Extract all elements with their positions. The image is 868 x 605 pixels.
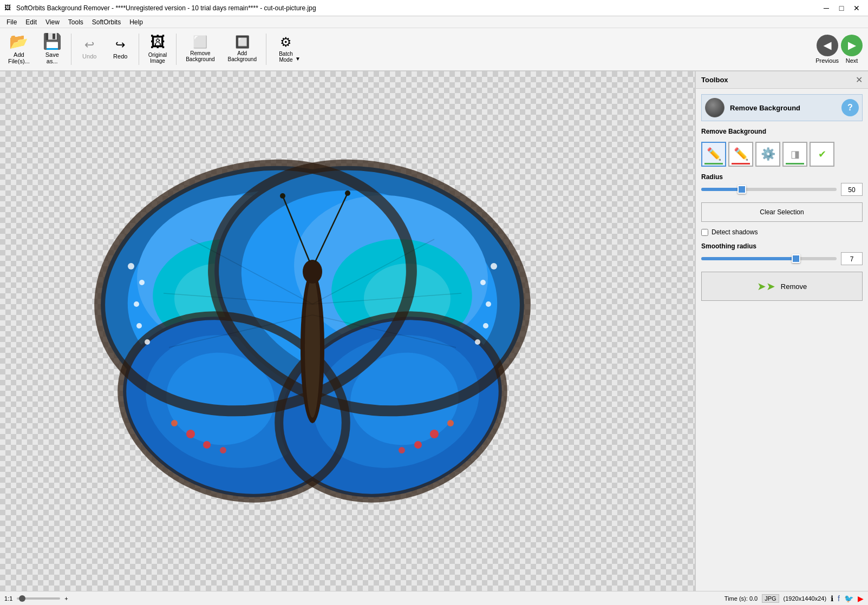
add-background-button[interactable]: 🔲 Add Background — [222, 30, 263, 69]
minimize-button[interactable]: ─ — [819, 3, 833, 14]
butterfly-image — [82, 142, 543, 521]
svg-point-28 — [483, 323, 488, 328]
svg-point-42 — [280, 193, 285, 199]
detect-shadows-checkbox[interactable] — [701, 229, 708, 236]
menu-bar: File Edit View Tools SoftOrbits Help — [0, 16, 868, 28]
svg-point-22 — [134, 301, 139, 307]
maximize-button[interactable]: □ — [834, 3, 849, 14]
previous-button[interactable]: ◀ — [817, 35, 838, 56]
toolbar-sep-4 — [266, 34, 266, 65]
svg-point-21 — [139, 280, 145, 285]
save-as-icon: 💾 — [43, 34, 62, 49]
svg-point-20 — [128, 263, 134, 269]
keep-brush-underline — [704, 163, 723, 165]
zoom-thumb-mini — [19, 595, 25, 602]
remove-bg-label: Remove Background — [701, 128, 766, 135]
remove-brush-underline — [732, 163, 750, 165]
radius-slider-thumb — [738, 185, 746, 194]
redo-button[interactable]: ↪ Redo — [106, 30, 135, 69]
previous-label: Previous — [815, 57, 839, 64]
radius-slider-row: 50 — [701, 183, 863, 196]
batch-mode-icon: ⚙ — [280, 36, 292, 49]
toolbox-panel: Toolbox ✕ Remove Background ? Remove Bac… — [695, 71, 868, 591]
svg-point-25 — [491, 263, 497, 269]
status-right: Time (s): 0.0 JPG (1920x1440x24) ℹ f 🐦 ▶ — [725, 594, 864, 603]
toolbox-close-button[interactable]: ✕ — [856, 75, 863, 85]
smoothing-slider-track[interactable] — [701, 257, 837, 260]
social-icon-3[interactable]: ▶ — [858, 594, 864, 603]
main-area: Toolbox ✕ Remove Background ? Remove Bac… — [0, 71, 868, 591]
eraser-keep-icon: ◨ — [791, 148, 800, 160]
undo-label: Undo — [82, 53, 96, 60]
smoothing-slider-thumb — [792, 254, 800, 263]
add-files-label: Add File(s)... — [8, 51, 30, 64]
add-files-icon: 📂 — [9, 34, 28, 49]
social-icon-2[interactable]: 🐦 — [844, 594, 853, 603]
remove-button[interactable]: ➤➤ Remove — [701, 272, 863, 301]
zoom-plus-icon: + — [64, 595, 68, 602]
eraser-remove-button[interactable]: ✔ — [810, 142, 834, 167]
radius-value-box[interactable]: 50 — [841, 183, 863, 196]
toolbar-group-main: 📂 Add File(s)... 💾 Save as... ↩ Undo ↪ R… — [2, 29, 302, 69]
toolbar-sep-3 — [176, 34, 177, 65]
original-image-button[interactable]: 🖼 Original Image — [142, 30, 173, 69]
svg-point-37 — [399, 447, 405, 453]
toolbox-header: Toolbox ✕ — [696, 71, 868, 89]
smoothing-value-box[interactable]: 7 — [841, 252, 863, 265]
dimensions-display: (1920x1440x24) — [784, 595, 827, 602]
smoothing-slider-fill — [701, 257, 796, 260]
remove-background-label: Remove Background — [186, 50, 214, 62]
tool-section-header: Remove Background ? — [701, 94, 863, 121]
brush-tools-row: ✏️ ✏️ ⚙️ ◨ ✔ — [701, 142, 863, 167]
info-icon[interactable]: ℹ — [831, 594, 833, 603]
eraser-keep-underline — [786, 163, 804, 165]
radius-label: Radius — [701, 173, 863, 181]
canvas-area[interactable] — [0, 71, 695, 591]
social-icon-1[interactable]: f — [838, 594, 840, 603]
toolbar-sep-1 — [71, 34, 71, 65]
redo-label: Redo — [113, 53, 127, 60]
menu-tools[interactable]: Tools — [64, 17, 88, 27]
add-background-label: Add Background — [228, 50, 257, 62]
remove-background-button[interactable]: ⬜ Remove Background — [180, 30, 220, 69]
clear-selection-button[interactable]: Clear Selection — [701, 202, 863, 222]
status-bar: 1:1 + Time (s): 0.0 JPG (1920x1440x24) ℹ… — [0, 591, 868, 605]
zoom-ratio: 1:1 — [4, 595, 12, 602]
keep-brush-button[interactable]: ✏️ — [701, 142, 726, 167]
auto-remove-icon: ⚙️ — [761, 147, 775, 161]
radius-slider-track[interactable] — [701, 188, 837, 191]
next-label: Next — [846, 57, 858, 64]
next-button[interactable]: ▶ — [841, 35, 863, 56]
auto-remove-button[interactable]: ⚙️ — [755, 142, 780, 167]
menu-view[interactable]: View — [41, 17, 64, 27]
eraser-keep-button[interactable]: ◨ — [782, 142, 807, 167]
menu-edit[interactable]: Edit — [21, 17, 41, 27]
close-button[interactable]: ✕ — [850, 3, 864, 14]
menu-softorbits[interactable]: SoftOrbits — [88, 17, 125, 27]
help-button[interactable]: ? — [841, 99, 859, 116]
menu-help[interactable]: Help — [125, 17, 147, 27]
svg-point-31 — [203, 441, 211, 449]
save-as-button[interactable]: 💾 Save as... — [37, 30, 68, 69]
keep-brush-icon: ✏️ — [707, 147, 721, 161]
title-text: SoftOrbits Background Remover - ****Unre… — [16, 4, 819, 12]
next-nav-group: ▶ Next — [841, 35, 863, 64]
svg-point-27 — [486, 301, 491, 307]
prev-nav-group: ◀ Previous — [815, 35, 839, 64]
batch-mode-button[interactable]: ⚙ Batch Mode ▼ — [270, 30, 302, 69]
save-as-label: Save as... — [45, 51, 59, 64]
menu-file[interactable]: File — [2, 17, 21, 27]
add-files-button[interactable]: 📂 Add File(s)... — [2, 30, 36, 69]
svg-point-34 — [430, 430, 439, 438]
add-background-icon: 🔲 — [235, 36, 250, 48]
svg-point-39 — [305, 277, 320, 418]
zoom-slider-mini[interactable] — [17, 597, 60, 600]
radius-slider-fill — [701, 188, 742, 191]
dropdown-arrow-icon: ▼ — [295, 56, 301, 62]
svg-point-40 — [303, 260, 322, 284]
remove-brush-button[interactable]: ✏️ — [728, 142, 753, 167]
svg-point-23 — [136, 323, 142, 328]
undo-icon: ↩ — [84, 39, 94, 51]
undo-button[interactable]: ↩ Undo — [75, 30, 105, 69]
svg-point-30 — [186, 430, 195, 438]
